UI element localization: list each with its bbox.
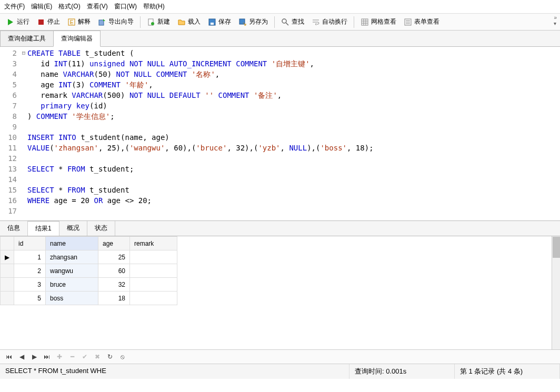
table-row[interactable]: 5boss18 (1, 292, 177, 305)
result-tab-profile[interactable]: 概况 (59, 221, 87, 236)
editor-line[interactable]: 10INSERT INTO t_student(name, age) (0, 132, 560, 143)
editor-line[interactable]: 13SELECT * FROM t_student; (0, 164, 560, 174)
scrollbar-thumb[interactable] (553, 237, 560, 258)
save-button[interactable]: 保存 (205, 16, 234, 28)
cell[interactable]: 2 (14, 264, 46, 278)
line-code (27, 153, 560, 164)
gridview-button[interactable]: 网格查看 (357, 16, 399, 28)
result-tab-result1[interactable]: 结果1 (28, 221, 59, 236)
line-code: primary key(id) (27, 100, 560, 111)
svg-rect-8 (211, 23, 214, 25)
saveas-button[interactable]: 另存为 (235, 16, 271, 28)
column-header-age[interactable]: age (98, 237, 130, 250)
cell[interactable] (130, 250, 177, 264)
editor-line[interactable]: 3 id INT(11) unsigned NOT NULL AUTO_INCR… (0, 58, 560, 69)
toolbar-more-icon[interactable]: »▾ (554, 15, 557, 26)
line-number: 16 (0, 195, 20, 206)
fold-icon (20, 69, 27, 79)
table-row[interactable]: 2wangwu60 (1, 264, 177, 278)
column-header-remark[interactable]: remark (130, 237, 177, 250)
export-wizard-button[interactable]: 导出向导 (95, 16, 137, 28)
table-row[interactable]: ▶1zhangsan25 (1, 250, 177, 264)
explain-button[interactable]: E 解释 (64, 16, 94, 28)
editor-line[interactable]: 8) COMMENT '学生信息'; (0, 111, 560, 122)
result-tab-status[interactable]: 状态 (87, 221, 115, 236)
line-number: 17 (0, 206, 20, 216)
nav-first-icon[interactable]: ⏮ (4, 352, 14, 361)
menu-window[interactable]: 窗口(W) (114, 2, 137, 11)
cell[interactable]: 25 (98, 250, 130, 264)
vertical-scrollbar[interactable] (552, 236, 560, 349)
stop-button[interactable]: 停止 (34, 16, 63, 28)
cell[interactable] (130, 292, 177, 305)
editor-line[interactable]: 6 remark VARCHAR(500) NOT NULL DEFAULT '… (0, 90, 560, 100)
nav-cancel-icon[interactable]: ✖ (93, 352, 102, 361)
editor-line[interactable]: 16WHERE age = 20 OR age <> 20; (0, 195, 560, 206)
cell[interactable] (130, 278, 177, 292)
menu-edit[interactable]: 编辑(E) (31, 2, 52, 11)
cell[interactable]: 32 (98, 278, 130, 292)
editor-line[interactable]: 12 (0, 153, 560, 164)
new-button[interactable]: 新建 (144, 16, 173, 28)
cell[interactable]: boss (46, 292, 98, 305)
nav-prev-icon[interactable]: ◀ (17, 352, 26, 361)
load-button[interactable]: 载入 (174, 16, 204, 28)
fold-icon[interactable]: ⊟ (20, 48, 27, 58)
line-code: INSERT INTO t_student(name, age) (27, 132, 560, 143)
line-code (27, 174, 560, 185)
explain-label: 解释 (78, 17, 91, 26)
find-button[interactable]: 查找 (278, 16, 307, 28)
editor-line[interactable]: 2⊟CREATE TABLE t_student ( (0, 48, 560, 58)
tab-query-builder[interactable]: 查询创建工具 (0, 31, 54, 46)
save-icon (208, 18, 216, 26)
nav-refresh-icon[interactable]: ↻ (105, 352, 115, 361)
status-record: 第 1 条记录 (共 4 条) (455, 364, 560, 379)
cell[interactable]: wangwu (46, 264, 98, 278)
run-button[interactable]: 运行 (3, 16, 33, 28)
svg-marker-0 (8, 19, 13, 25)
menu-help[interactable]: 帮助(H) (143, 2, 165, 11)
nav-last-icon[interactable]: ⏭ (42, 352, 52, 361)
nav-apply-icon[interactable]: ✔ (80, 352, 89, 361)
menubar: 文件(F) 编辑(E) 格式(O) 查看(V) 窗口(W) 帮助(H) (0, 0, 560, 14)
editor-line[interactable]: 11VALUE('zhangsan', 25),('wangwu', 60),(… (0, 143, 560, 153)
editor-line[interactable]: 9 (0, 122, 560, 132)
tab-query-editor[interactable]: 查询编辑器 (53, 31, 101, 47)
editor-line[interactable]: 15SELECT * FROM t_student (0, 185, 560, 195)
svg-rect-1 (38, 19, 44, 25)
svg-text:E: E (70, 19, 74, 25)
column-header-id[interactable]: id (14, 237, 46, 250)
editor-line[interactable]: 4 name VARCHAR(50) NOT NULL COMMENT '名称'… (0, 69, 560, 79)
nav-stop-icon[interactable]: ⦸ (118, 352, 127, 361)
nav-add-icon[interactable]: ✚ (55, 352, 64, 361)
editor-line[interactable]: 7 primary key(id) (0, 100, 560, 111)
cell[interactable]: 5 (14, 292, 46, 305)
result-tab-messages[interactable]: 信息 (0, 221, 28, 236)
cell[interactable]: 18 (98, 292, 130, 305)
cell[interactable] (130, 264, 177, 278)
new-file-icon (147, 18, 155, 26)
svg-rect-12 (362, 19, 368, 25)
result-grid[interactable]: idnameageremark▶1zhangsan252wangwu603bru… (0, 236, 177, 305)
fold-icon (20, 111, 27, 122)
cell[interactable]: 3 (14, 278, 46, 292)
cell[interactable]: 1 (14, 250, 46, 264)
wrap-button[interactable]: 自动换行 (308, 16, 351, 28)
formview-button[interactable]: 表单查看 (401, 16, 443, 28)
nav-delete-icon[interactable]: ━ (67, 352, 77, 361)
cell[interactable]: zhangsan (46, 250, 98, 264)
editor-line[interactable]: 5 age INT(3) COMMENT '年龄', (0, 79, 560, 90)
column-header-name[interactable]: name (46, 237, 98, 250)
editor-line[interactable]: 17 (0, 206, 560, 216)
menu-format[interactable]: 格式(O) (58, 2, 80, 11)
new-label: 新建 (157, 17, 170, 26)
run-label: 运行 (17, 17, 29, 26)
sql-editor[interactable]: 2⊟CREATE TABLE t_student (3 id INT(11) u… (0, 47, 560, 220)
table-row[interactable]: 3bruce32 (1, 278, 177, 292)
nav-next-icon[interactable]: ▶ (29, 352, 39, 361)
cell[interactable]: bruce (46, 278, 98, 292)
menu-view[interactable]: 查看(V) (87, 2, 108, 11)
cell[interactable]: 60 (98, 264, 130, 278)
editor-line[interactable]: 14 (0, 174, 560, 185)
menu-file[interactable]: 文件(F) (4, 2, 25, 11)
